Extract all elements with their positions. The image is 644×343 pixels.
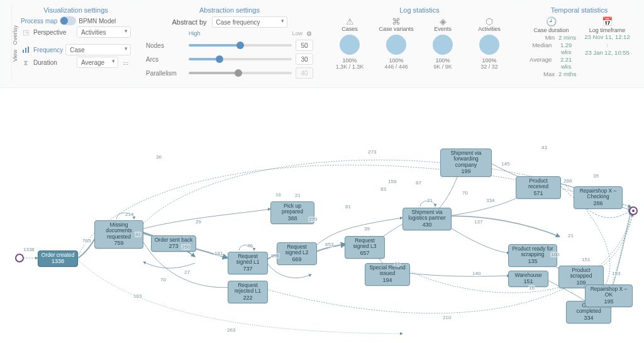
frequency-icon	[21, 45, 31, 55]
scale-low: Low	[292, 30, 303, 37]
view-tab-label: View Overlay	[11, 6, 18, 81]
stat-activities[interactable]: ⬡ Activities 100% 32 / 32	[468, 16, 511, 70]
variants-icon: ⌘	[375, 16, 418, 26]
cases-icon: ⚠	[328, 16, 371, 26]
edge-label: 70	[160, 277, 167, 283]
activities-icon: ⬡	[468, 16, 511, 26]
edge-label: 46	[247, 243, 253, 249]
temporal-panel: Temporal statistics 🕘 Case duration Min2…	[519, 3, 639, 85]
visualization-panel: View Overlay Visualization settings Proc…	[5, 3, 137, 85]
svg-rect-1	[25, 48, 26, 53]
log-statistics-panel: Log statistics ⚠ Cases 100% 1.3K / 1.3K …	[322, 3, 517, 85]
node-ship-forwarding[interactable]: Shipment via forwarding company199	[440, 149, 492, 177]
arcs-label: Arcs	[146, 56, 185, 63]
edge-label: 29	[195, 219, 202, 225]
duration-select[interactable]: Average	[77, 57, 118, 68]
stat-name: Cases	[328, 26, 371, 32]
visualization-title: Visualization settings	[21, 6, 131, 14]
case-duration-label: Case duration	[526, 27, 577, 33]
stat-frac: 32 / 32	[468, 64, 511, 70]
duration-icon: ⧗	[21, 57, 31, 67]
events-knob[interactable]	[433, 35, 453, 55]
stat-cases[interactable]: ⚠ Cases 100% 1.3K / 1.3K	[328, 16, 371, 70]
edge-label: 103	[133, 293, 142, 299]
edge-label: 765	[82, 238, 91, 244]
end-event[interactable]	[629, 206, 638, 215]
edge-label: 158	[387, 179, 397, 184]
arcs-slider[interactable]	[189, 58, 292, 60]
log-timeframe-icon: 📅	[582, 16, 633, 26]
events-icon: ◈	[421, 16, 464, 26]
abstraction-title: Abstraction settings	[146, 6, 313, 14]
timeframe-end: 23 Jan 12, 10:55	[582, 49, 633, 56]
parallelism-slider[interactable]	[189, 72, 292, 74]
edge-label: 250	[181, 244, 191, 250]
frequency-select[interactable]: Case	[65, 44, 131, 55]
edge-label: 193	[611, 271, 621, 276]
node-repairshop-checking[interactable]: Repairshop X – Checking286	[574, 186, 623, 209]
log-timeframe-label: Log timeframe	[582, 27, 633, 33]
edge-label: 87	[415, 180, 422, 186]
activities-knob[interactable]	[479, 35, 499, 55]
timeframe-arrow-icon: ↓	[582, 42, 633, 48]
scale-settings-icon[interactable]: ⚙	[306, 30, 312, 37]
stat-pct: 100%	[375, 57, 418, 64]
abstract-by-label: Abstract by	[172, 18, 206, 26]
edge-label: 83	[380, 186, 387, 192]
edge-label: 214	[125, 211, 134, 217]
node-special-refund[interactable]: Special Refund issued194	[365, 263, 410, 286]
edge-label: 93	[394, 261, 401, 267]
edge-label: 21	[426, 198, 433, 203]
abstraction-panel: Abstraction settings Abstract by Case fr…	[140, 3, 319, 85]
edge-label: 273	[367, 149, 377, 155]
abstract-by-select[interactable]: Case frequency	[212, 16, 287, 28]
edge-label: 151	[581, 257, 591, 262]
node-ship-logistics[interactable]: Shipment via logistics partner430	[402, 208, 452, 230]
cases-knob[interactable]	[340, 35, 360, 55]
node-repairshop-ok[interactable]: Repairshop X – OK195	[585, 284, 633, 307]
start-event[interactable]	[15, 254, 24, 262]
svg-rect-2	[28, 47, 29, 53]
stat-frac: 1.3K / 1.3K	[328, 64, 371, 70]
node-request-signed-l1[interactable]: Request signed L1737	[228, 252, 268, 274]
nodes-label: Nodes	[146, 42, 185, 49]
edge-label: 43	[541, 145, 548, 150]
edge-label: 181	[214, 250, 223, 256]
frequency-label[interactable]: Frequency	[33, 47, 63, 53]
stat-frac: 446 / 446	[375, 64, 418, 70]
edge-label: 140	[472, 271, 481, 276]
node-order-created[interactable]: Order created1338	[38, 250, 78, 267]
parallelism-value[interactable]: 40	[296, 67, 313, 79]
edge-label: 21	[294, 193, 301, 198]
edge-label: 653	[325, 242, 334, 247]
edge-label: 21	[567, 233, 574, 239]
perspective-icon: ◳	[21, 27, 31, 37]
edge-label: 1338	[23, 247, 35, 252]
process-map-canvas[interactable]: 1338 Order created1338 Missing documents…	[0, 88, 644, 343]
parallelism-label: Parallelism	[146, 70, 185, 77]
edge-label: 996	[270, 253, 280, 259]
stat-name: Activities	[468, 26, 511, 32]
node-request-signed-l3[interactable]: Request signed L3657	[345, 236, 385, 259]
stat-name: Case variants	[375, 26, 418, 32]
nodes-value[interactable]: 50	[296, 40, 313, 51]
edge-label: 100	[550, 252, 560, 257]
overlay-extra-icon[interactable]: ⚏	[121, 57, 131, 67]
stat-events[interactable]: ◈ Events 100% 9K / 9K	[421, 16, 464, 70]
edge-label: 35	[592, 173, 599, 179]
node-product-received[interactable]: Product received571	[516, 176, 561, 199]
timeframe-start: 23 Nov 11, 12:12	[582, 33, 633, 40]
stat-pct: 100%	[468, 57, 511, 64]
process-map-label[interactable]: Process map	[21, 18, 57, 25]
nodes-slider[interactable]	[189, 44, 292, 47]
edge-label: 27	[184, 269, 191, 275]
edge-label: 263	[226, 327, 236, 333]
perspective-select[interactable]: Activities	[77, 26, 131, 38]
variants-knob[interactable]	[386, 35, 406, 55]
node-request-signed-l2[interactable]: Request signed L2669	[277, 242, 317, 265]
stat-variants[interactable]: ⌘ Case variants 100% 446 / 446	[375, 16, 418, 70]
model-toggle[interactable]	[60, 16, 76, 25]
bpmn-model-label: BPMN Model	[79, 18, 116, 25]
arcs-value[interactable]: 30	[296, 53, 313, 65]
node-request-rejected-l1[interactable]: Request rejected L1222	[228, 281, 268, 303]
